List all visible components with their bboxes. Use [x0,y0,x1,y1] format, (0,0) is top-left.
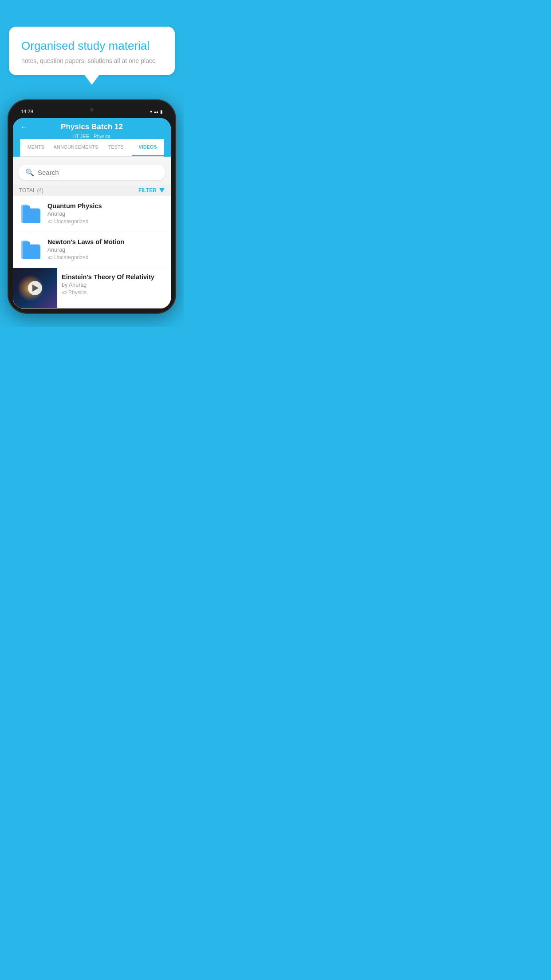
video-author: by Anurag [62,282,166,288]
folder-icon-container [19,238,42,261]
wifi-icon: ▾ [150,109,152,114]
video-title: Newton's Laws of Motion [47,238,165,245]
video-author: Anurag [47,211,165,217]
video-info: Newton's Laws of Motion Anurag 🏷 Uncateg… [47,238,165,261]
status-icons: ▾ ▴▴ ▮ [150,109,163,114]
status-bar: 14:29 ▾ ▴▴ ▮ [13,105,171,118]
folder-icon [20,241,41,259]
list-item[interactable]: Newton's Laws of Motion Anurag 🏷 Uncateg… [13,232,171,268]
speech-bubble: Organised study material notes, question… [9,27,175,75]
tab-ments[interactable]: MENTS [20,139,52,156]
total-label: TOTAL (4) [19,187,43,194]
phone-screen: ← Physics Batch 12 IIT JEE Physics MENTS… [13,118,171,308]
battery-icon: ▮ [160,109,163,114]
video-tag: 🏷 Physics [62,289,166,296]
video-title: Quantum Physics [47,202,165,209]
video-author: Anurag [47,247,165,253]
tab-tests[interactable]: TESTS [100,139,132,156]
header-title: Physics Batch 12 [61,122,123,131]
video-list: Quantum Physics Anurag 🏷 Uncategorized [13,196,171,308]
camera-dot [90,108,94,111]
list-item[interactable]: Quantum Physics Anurag 🏷 Uncategorized [13,196,171,232]
back-button[interactable]: ← [20,122,28,132]
status-time: 14:29 [21,109,33,114]
video-tag: 🏷 Uncategorized [47,254,165,261]
search-icon: 🔍 [25,168,34,177]
tabs-bar: MENTS ANNOUNCEMENTS TESTS VIDEOS [20,139,164,157]
folder-front [23,245,40,259]
list-item[interactable]: Einstein's Theory Of Relativity by Anura… [13,268,171,308]
search-bar[interactable]: 🔍 [18,165,165,180]
folder-front [23,209,40,223]
signal-icon: ▴▴ [154,109,158,114]
play-button[interactable] [28,281,42,295]
speech-bubble-area: Organised study material notes, question… [0,18,184,75]
play-icon [32,285,39,292]
phone-mockup: 14:29 ▾ ▴▴ ▮ ← Physics Batch 12 IIT JEE … [8,99,176,314]
tag-text: Uncategorized [54,218,88,225]
notch [74,105,110,115]
video-tag: 🏷 Uncategorized [47,218,165,225]
app-header: ← Physics Batch 12 IIT JEE Physics MENTS… [13,118,171,157]
header-top: ← Physics Batch 12 [20,122,164,133]
tag-text: Physics [68,289,87,296]
tag-icon: 🏷 [62,290,67,295]
folder-icon [20,205,41,223]
tag-icon: 🏷 [47,255,52,260]
filter-row: TOTAL (4) FILTER [13,185,171,196]
subtitle-physics: Physics [94,134,110,139]
tag-text: Uncategorized [54,254,88,261]
video-thumbnail [13,268,57,308]
filter-button[interactable]: FILTER [138,187,165,194]
tag-icon: 🏷 [47,219,52,224]
bubble-subtitle: notes, question papers, solutions all at… [21,57,162,64]
tab-announcements[interactable]: ANNOUNCEMENTS [52,139,100,156]
subtitle-iitjee: IIT JEE [73,134,89,139]
search-input[interactable] [38,169,158,176]
header-subtitle: IIT JEE Physics [20,134,164,139]
tab-videos[interactable]: VIDEOS [132,139,164,156]
video-info: Einstein's Theory Of Relativity by Anura… [57,268,171,301]
filter-funnel-icon [159,188,165,193]
bubble-title: Organised study material [21,39,162,53]
folder-icon-container [19,202,42,225]
video-title: Einstein's Theory Of Relativity [62,273,166,281]
filter-label: FILTER [138,187,157,194]
video-info: Quantum Physics Anurag 🏷 Uncategorized [47,202,165,225]
phone-outer: 14:29 ▾ ▴▴ ▮ ← Physics Batch 12 IIT JEE … [8,99,176,314]
